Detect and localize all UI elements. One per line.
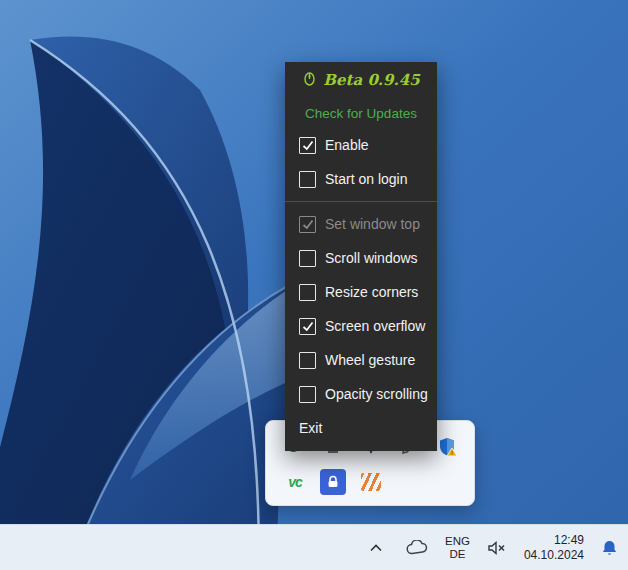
tray-context-menu: Beta 0.9.45 Check for Updates Enable Sta…	[285, 62, 437, 451]
menu-item-opacity-scrolling[interactable]: Opacity scrolling	[285, 377, 437, 411]
stripes-glyph	[361, 473, 381, 491]
vc-icon[interactable]: vc	[282, 469, 308, 495]
menu-item-screen-overflow[interactable]: Screen overflow	[285, 309, 437, 343]
menu-item-label: Start on login	[325, 171, 408, 187]
lock-icon[interactable]	[320, 469, 346, 495]
checkbox	[299, 284, 316, 301]
menu-item-scroll-windows[interactable]: Scroll windows	[285, 241, 437, 275]
app-version-title: Beta 0.9.45	[323, 71, 419, 89]
language-indicator[interactable]: ENG DE	[445, 535, 470, 561]
svg-text:!: !	[451, 450, 453, 456]
menu-item-enable[interactable]: Enable	[285, 128, 437, 162]
menu-separator	[285, 201, 437, 202]
language-line2: DE	[449, 548, 465, 561]
checkbox	[299, 137, 316, 154]
menu-item-label: Resize corners	[325, 284, 418, 300]
menu-item-exit[interactable]: Exit	[285, 411, 437, 445]
menu-item-label: Screen overflow	[325, 318, 425, 334]
volume-muted-icon[interactable]	[487, 540, 507, 556]
stripes-icon[interactable]	[358, 469, 384, 495]
menu-item-wheel-gesture[interactable]: Wheel gesture	[285, 343, 437, 377]
checkbox	[299, 352, 316, 369]
checkbox	[299, 250, 316, 267]
check-for-updates-item[interactable]: Check for Updates	[285, 98, 437, 128]
taskbar: ENG DE 12:49 04.10.2024	[0, 524, 628, 570]
date-text: 04.10.2024	[524, 548, 584, 563]
menu-item-label: Opacity scrolling	[325, 386, 428, 402]
menu-item-set-window-top[interactable]: Set window top	[285, 207, 437, 241]
language-line1: ENG	[445, 535, 470, 548]
shield-warning-icon[interactable]: !	[434, 434, 460, 460]
onedrive-cloud-icon[interactable]	[406, 540, 428, 555]
checkbox	[299, 386, 316, 403]
menu-item-label: Enable	[325, 137, 369, 153]
menu-item-resize-corners[interactable]: Resize corners	[285, 275, 437, 309]
tray-chevron-up-button[interactable]	[363, 535, 389, 561]
checkbox	[299, 216, 316, 233]
time-text: 12:49	[554, 533, 584, 548]
notification-bell-icon[interactable]	[601, 539, 618, 557]
clock[interactable]: 12:49 04.10.2024	[524, 533, 584, 563]
menu-item-label: Wheel gesture	[325, 352, 415, 368]
menu-item-start-on-login[interactable]: Start on login	[285, 162, 437, 196]
menu-title-row: Beta 0.9.45	[285, 62, 437, 98]
checkbox	[299, 318, 316, 335]
app-logo-icon	[302, 71, 317, 90]
menu-item-label: Scroll windows	[325, 250, 418, 266]
menu-item-label: Set window top	[325, 216, 420, 232]
checkbox	[299, 171, 316, 188]
